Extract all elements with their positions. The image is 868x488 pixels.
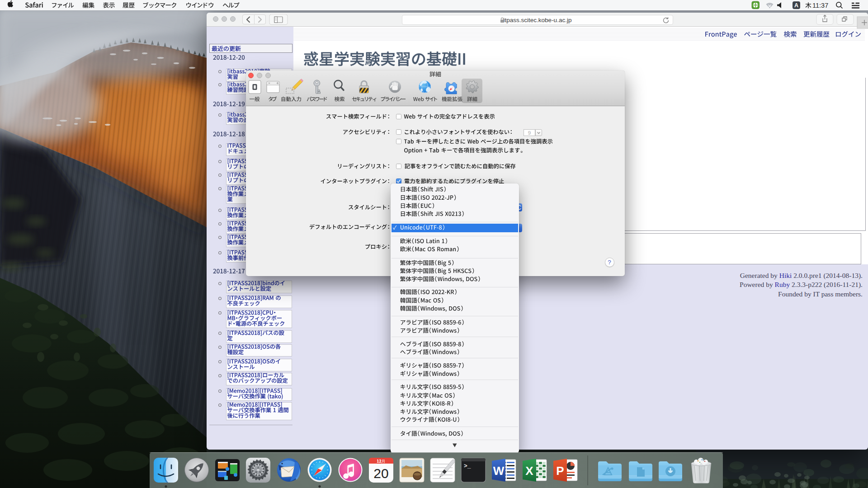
svg-text:20: 20 xyxy=(373,466,388,481)
svg-text:X: X xyxy=(525,464,533,478)
svg-text:12月: 12月 xyxy=(377,459,385,464)
svg-text:P: P xyxy=(556,464,564,478)
svg-text:>_: >_ xyxy=(464,463,471,469)
svg-text:W: W xyxy=(493,464,505,478)
